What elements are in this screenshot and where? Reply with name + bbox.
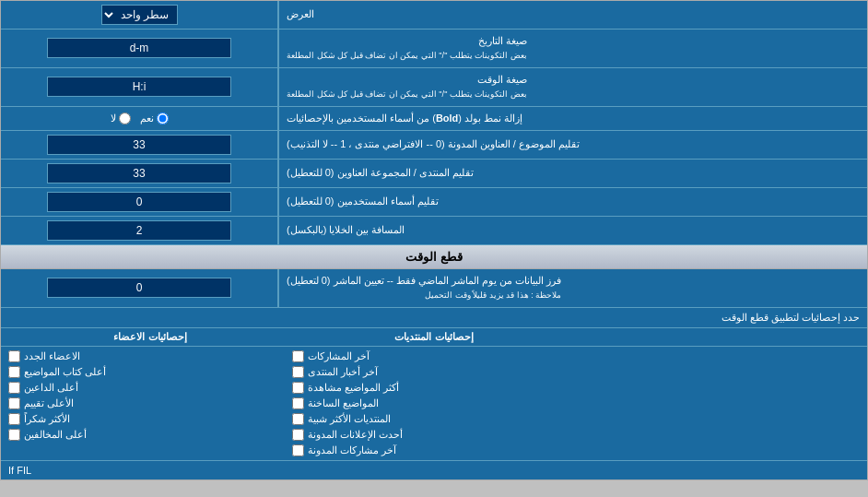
checkbox-most-viewed[interactable] xyxy=(292,382,304,394)
list-item: آخر مشاركات المدونة xyxy=(292,444,576,456)
checkbox-hot-topics[interactable] xyxy=(292,397,304,409)
list-item: أعلى كتاب المواضيع xyxy=(8,366,292,378)
limit-row: حدد إحصائيات لتطبيق قطع الوقت xyxy=(1,308,867,328)
list-item: الاعضاء الجدد xyxy=(8,350,292,362)
checkbox-last-posts[interactable] xyxy=(292,350,304,362)
list-item: أعلى المخالفين xyxy=(8,429,292,441)
list-item: أحدث الإعلانات المدونة xyxy=(292,429,576,441)
main-container: العرض سطر واحد سطرين ثلاثة أسطر صيغة الت… xyxy=(0,0,868,480)
date-format-label: صيغة التاريخبعض التكوينات يتطلب "/" التي… xyxy=(277,30,867,67)
time-cut-input[interactable] xyxy=(47,278,231,298)
list-item: أعلى الداعين xyxy=(8,382,292,394)
time-format-label: صيغة الوقتبعض التكوينات يتطلب "/" التي ي… xyxy=(277,68,867,106)
line-mode-cell: سطر واحد سطرين ثلاثة أسطر xyxy=(1,1,277,29)
list-item: الأكثر شكراً xyxy=(8,413,292,425)
checkbox-top-posters[interactable] xyxy=(8,366,20,378)
time-cut-row: فرز البيانات من يوم الماشر الماضي فقط --… xyxy=(1,269,867,308)
subject-trim-row: تقليم الموضوع / العناوين المدونة (0 -- ا… xyxy=(1,131,867,160)
bold-yes-radio[interactable] xyxy=(157,112,169,124)
checkbox-new-members[interactable] xyxy=(8,350,20,362)
date-format-input-cell xyxy=(1,30,277,67)
time-cut-header: قطع الوقت xyxy=(1,245,867,269)
col-header-forums: إحصائيات المنتديات xyxy=(292,331,576,343)
checkbox-col-headers: إحصائيات المنتديات إحصائيات الاعضاء xyxy=(1,328,867,347)
time-format-input-cell xyxy=(1,68,277,106)
col-header-members: إحصائيات الاعضاء xyxy=(8,331,292,343)
gap-input[interactable] xyxy=(47,220,231,241)
display-label: العرض xyxy=(277,1,867,29)
list-item: المنتديات الأكثر شبية xyxy=(292,413,576,425)
checkbox-latest-announcements[interactable] xyxy=(292,429,304,441)
bold-remove-label: إزالة نمط بولد (Bold) من أسماء المستخدمي… xyxy=(277,107,867,130)
bold-no-label[interactable]: لا xyxy=(111,112,131,124)
usernames-trim-input[interactable] xyxy=(47,192,231,212)
checkboxes-grid: آخر المشاركات آخر أخبار المنتدى أكثر الم… xyxy=(1,347,867,460)
list-item: الأعلى تقييم xyxy=(8,397,292,409)
limit-label: حدد إحصائيات لتطبيق قطع الوقت xyxy=(8,312,860,324)
col-header-empty xyxy=(576,331,860,343)
date-format-input[interactable] xyxy=(47,38,231,58)
list-item: أكثر المواضيع مشاهدة xyxy=(292,382,576,394)
checkbox-most-thanked[interactable] xyxy=(8,413,20,425)
forum-trim-input-cell xyxy=(1,160,277,187)
time-cut-label: فرز البيانات من يوم الماشر الماضي فقط --… xyxy=(277,269,867,307)
bold-yes-label[interactable]: نعم xyxy=(140,112,169,124)
usernames-trim-label: تقليم أسماء المستخدمين (0 للتعطيل) xyxy=(277,188,867,216)
forum-trim-input[interactable] xyxy=(47,163,231,183)
gap-row: المسافة بين الخلايا (بالبكسل) xyxy=(1,217,867,245)
forum-trim-row: تقليم المنتدى / المجموعة العناوين (0 للت… xyxy=(1,160,867,188)
checkbox-top-rated[interactable] xyxy=(8,397,20,409)
bold-radio-group: نعم لا xyxy=(111,112,169,124)
time-format-row: صيغة الوقتبعض التكوينات يتطلب "/" التي ي… xyxy=(1,68,867,107)
bold-remove-row: إزالة نمط بولد (Bold) من أسماء المستخدمي… xyxy=(1,107,867,131)
checkbox-col-members: الاعضاء الجدد أعلى كتاب المواضيع أعلى ال… xyxy=(8,350,292,456)
gap-input-cell xyxy=(1,217,277,244)
display-row: العرض سطر واحد سطرين ثلاثة أسطر xyxy=(1,1,867,30)
checkbox-last-blog-posts[interactable] xyxy=(292,444,304,456)
subject-trim-input-cell xyxy=(1,131,277,159)
list-item: آخر أخبار المنتدى xyxy=(292,366,576,378)
checkbox-top-inviters[interactable] xyxy=(8,382,20,394)
line-mode-select[interactable]: سطر واحد سطرين ثلاثة أسطر xyxy=(101,5,178,25)
bold-no-radio[interactable] xyxy=(119,112,131,124)
list-item: المواضيع الساخنة xyxy=(292,397,576,409)
checkbox-col-empty xyxy=(576,350,860,456)
time-format-input[interactable] xyxy=(47,77,231,97)
list-item: آخر المشاركات xyxy=(292,350,576,362)
date-format-row: صيغة التاريخبعض التكوينات يتطلب "/" التي… xyxy=(1,30,867,68)
subject-trim-label: تقليم الموضوع / العناوين المدونة (0 -- ا… xyxy=(277,131,867,159)
subject-trim-input[interactable] xyxy=(47,135,231,155)
checkbox-col-forums: آخر المشاركات آخر أخبار المنتدى أكثر الم… xyxy=(292,350,576,456)
forum-trim-label: تقليم المنتدى / المجموعة العناوين (0 للت… xyxy=(277,160,867,187)
checkbox-top-violators[interactable] xyxy=(8,429,20,441)
usernames-trim-input-cell xyxy=(1,188,277,216)
footer: If FIL xyxy=(1,460,867,479)
time-cut-input-cell xyxy=(1,269,277,307)
checkbox-forum-news[interactable] xyxy=(292,366,304,378)
bold-remove-input-cell: نعم لا xyxy=(1,107,277,130)
usernames-trim-row: تقليم أسماء المستخدمين (0 للتعطيل) xyxy=(1,188,867,217)
checkbox-most-similar[interactable] xyxy=(292,413,304,425)
gap-label: المسافة بين الخلايا (بالبكسل) xyxy=(277,217,867,244)
